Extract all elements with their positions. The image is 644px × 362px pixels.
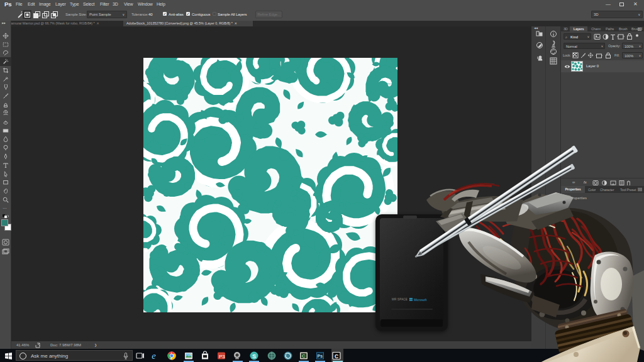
svg-text:S: S [252, 353, 256, 359]
svg-text:Ps: Ps [318, 354, 323, 358]
svg-text:C: C [302, 353, 306, 359]
svg-text:P3: P3 [219, 354, 225, 359]
svg-text:C: C [335, 353, 338, 359]
svg-text:e: e [152, 351, 156, 361]
